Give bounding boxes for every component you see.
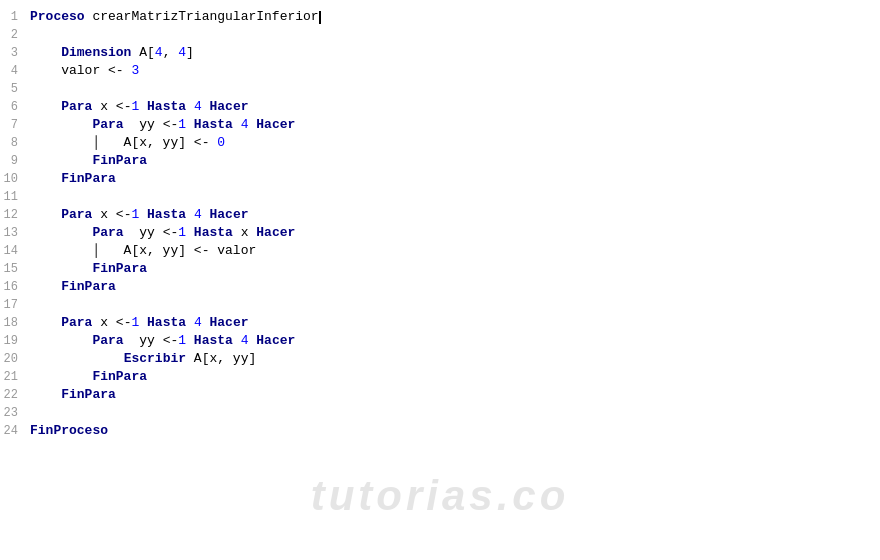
line-number: 20 bbox=[0, 350, 30, 368]
line-content: FinPara bbox=[30, 170, 880, 188]
line-content: Para yy <-1 Hasta 4 Hacer bbox=[30, 332, 880, 350]
line-number: 14 bbox=[0, 242, 30, 260]
line-number: 21 bbox=[0, 368, 30, 386]
line-number: 18 bbox=[0, 314, 30, 332]
line-number: 19 bbox=[0, 332, 30, 350]
line-content: FinPara bbox=[30, 152, 880, 170]
line-number: 6 bbox=[0, 98, 30, 116]
code-line: 17 bbox=[0, 296, 880, 314]
line-number: 23 bbox=[0, 404, 30, 422]
code-line: 7 Para yy <-1 Hasta 4 Hacer bbox=[0, 116, 880, 134]
code-line: 13 Para yy <-1 Hasta x Hacer bbox=[0, 224, 880, 242]
line-number: 13 bbox=[0, 224, 30, 242]
line-number: 17 bbox=[0, 296, 30, 314]
code-line: 19 Para yy <-1 Hasta 4 Hacer bbox=[0, 332, 880, 350]
code-line: 18 Para x <-1 Hasta 4 Hacer bbox=[0, 314, 880, 332]
line-content: FinPara bbox=[30, 278, 880, 296]
line-number: 10 bbox=[0, 170, 30, 188]
code-line: 16 FinPara bbox=[0, 278, 880, 296]
line-number: 2 bbox=[0, 26, 30, 44]
code-line: 6 Para x <-1 Hasta 4 Hacer bbox=[0, 98, 880, 116]
code-line: 14 │ A[x, yy] <- valor bbox=[0, 242, 880, 260]
line-number: 8 bbox=[0, 134, 30, 152]
watermark-logo: tutorias.co bbox=[311, 472, 570, 520]
line-content: Para x <-1 Hasta 4 Hacer bbox=[30, 206, 880, 224]
line-number: 24 bbox=[0, 422, 30, 440]
line-content: │ A[x, yy] <- 0 bbox=[30, 134, 880, 152]
line-content: Para x <-1 Hasta 4 Hacer bbox=[30, 314, 880, 332]
code-line: 4 valor <- 3 bbox=[0, 62, 880, 80]
line-number: 9 bbox=[0, 152, 30, 170]
line-number: 4 bbox=[0, 62, 30, 80]
line-content: Para yy <-1 Hasta 4 Hacer bbox=[30, 116, 880, 134]
line-number: 12 bbox=[0, 206, 30, 224]
line-number: 3 bbox=[0, 44, 30, 62]
line-content: │ A[x, yy] <- valor bbox=[30, 242, 880, 260]
line-number: 1 bbox=[0, 8, 30, 26]
code-line: 12 Para x <-1 Hasta 4 Hacer bbox=[0, 206, 880, 224]
line-number: 5 bbox=[0, 80, 30, 98]
code-line: 11 bbox=[0, 188, 880, 206]
code-line: 22 FinPara bbox=[0, 386, 880, 404]
code-editor: 1Proceso crearMatrizTriangularInferior23… bbox=[0, 0, 880, 448]
code-line: 23 bbox=[0, 404, 880, 422]
code-line: 20 Escribir A[x, yy] bbox=[0, 350, 880, 368]
line-number: 22 bbox=[0, 386, 30, 404]
line-content: Escribir A[x, yy] bbox=[30, 350, 880, 368]
code-line: 8 │ A[x, yy] <- 0 bbox=[0, 134, 880, 152]
code-line: 1Proceso crearMatrizTriangularInferior bbox=[0, 8, 880, 26]
line-number: 15 bbox=[0, 260, 30, 278]
line-content: Para x <-1 Hasta 4 Hacer bbox=[30, 98, 880, 116]
line-content: FinPara bbox=[30, 386, 880, 404]
line-number: 16 bbox=[0, 278, 30, 296]
code-line: 3 Dimension A[4, 4] bbox=[0, 44, 880, 62]
code-line: 2 bbox=[0, 26, 880, 44]
code-line: 10 FinPara bbox=[0, 170, 880, 188]
code-line: 9 FinPara bbox=[0, 152, 880, 170]
code-line: 21 FinPara bbox=[0, 368, 880, 386]
line-number: 7 bbox=[0, 116, 30, 134]
line-content: Dimension A[4, 4] bbox=[30, 44, 880, 62]
line-number: 11 bbox=[0, 188, 30, 206]
code-line: 5 bbox=[0, 80, 880, 98]
line-content: FinPara bbox=[30, 260, 880, 278]
text-cursor bbox=[319, 11, 321, 24]
code-line: 15 FinPara bbox=[0, 260, 880, 278]
line-content: Para yy <-1 Hasta x Hacer bbox=[30, 224, 880, 242]
code-line: 24FinProceso bbox=[0, 422, 880, 440]
line-content: valor <- 3 bbox=[30, 62, 880, 80]
line-content: Proceso crearMatrizTriangularInferior bbox=[30, 8, 880, 26]
line-content: FinProceso bbox=[30, 422, 880, 440]
line-content: FinPara bbox=[30, 368, 880, 386]
